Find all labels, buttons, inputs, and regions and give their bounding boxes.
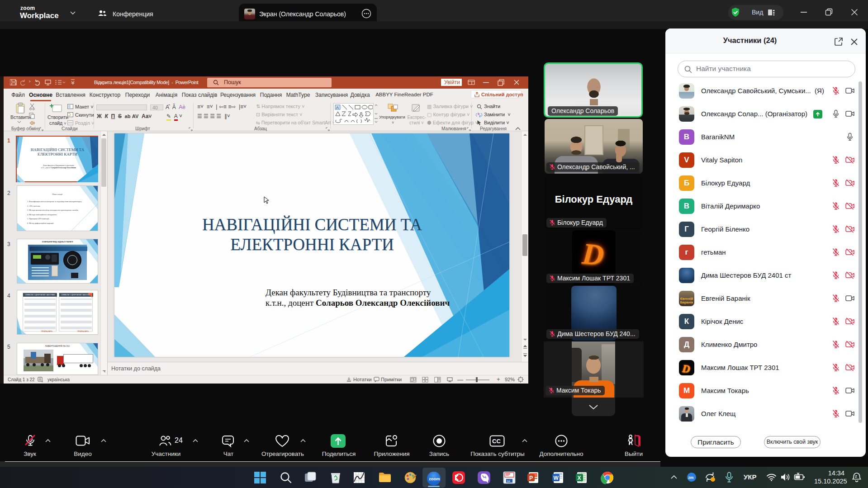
svg-text:64: 64 <box>507 480 510 483</box>
svg-text:P: P <box>529 475 533 481</box>
svg-text:А: А <box>336 105 339 110</box>
svg-text:X: X <box>578 475 581 481</box>
svg-text:c: c <box>479 114 481 118</box>
svg-text:W: W <box>554 475 559 481</box>
svg-text:Z: Z <box>855 474 857 479</box>
svg-text:CC: CC <box>492 438 501 445</box>
svg-text:zm: zm <box>688 475 694 480</box>
svg-text:zoom: zoom <box>429 476 440 481</box>
